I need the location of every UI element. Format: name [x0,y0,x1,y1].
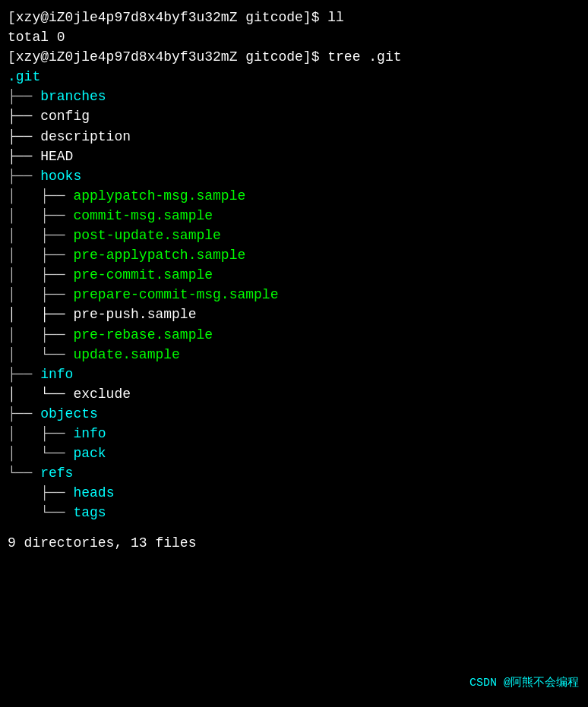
tree-entry-pre-applypatch: │ ├── pre-applypatch.sample [8,245,579,265]
tree-entry-objects-pack: │ └── pack [8,443,579,463]
tree-entry-objects: ├── objects [8,404,579,424]
file-update: update.sample [73,347,179,362]
tree-entry-tags: └── tags [8,503,579,522]
tree-output: .git ├── branches ├── config ├── descrip… [8,67,579,522]
file-prepare-commit: prepare-commit-msg.sample [73,287,278,302]
tree-entry-hooks: ├── hooks [8,166,579,186]
summary-text: 9 directories, 13 files [8,535,196,551]
cmd-line-2: [xzy@iZ0jle4p97d8x4byf3u32mZ gitcode]$ t… [8,47,579,67]
tree-entry-update: │ └── update.sample [8,345,579,365]
dir-branches: branches [40,89,106,104]
file-post-update: post-update.sample [73,228,220,243]
tree-root: .git [8,67,579,87]
dir-objects: objects [40,406,98,421]
tree-entry-prepare-commit: │ ├── prepare-commit-msg.sample [8,285,579,305]
file-pre-applypatch: pre-applypatch.sample [73,248,245,263]
file-applypatch: applypatch-msg.sample [73,188,245,204]
dir-refs: refs [40,466,73,481]
summary-line: 9 directories, 13 files [8,533,579,553]
tree-entry-pre-commit: │ ├── pre-commit.sample [8,265,579,285]
tree-entry-pre-rebase: │ ├── pre-rebase.sample [8,325,579,345]
watermark: CSDN @阿熊不会编程 [469,675,579,692]
tree-entry-applypatch: │ ├── applypatch-msg.sample [8,186,579,206]
file-pre-rebase: pre-rebase.sample [73,327,213,342]
dir-heads: heads [73,485,114,500]
tree-entry-info: ├── info [8,365,579,384]
dir-hooks: hooks [40,169,81,184]
total-line: total 0 [8,27,579,47]
tree-entry-post-update: │ ├── post-update.sample [8,226,579,245]
dir-info: info [40,367,73,382]
dir-objects-pack: pack [73,446,106,461]
dir-objects-info: info [73,426,106,441]
tree-entry-commit-msg: │ ├── commit-msg.sample [8,206,579,226]
tree-entry-pre-push: │ ├── pre-push.sample [8,305,579,324]
tree-entry-head: ├── HEAD [8,147,579,166]
dir-tags: tags [73,505,106,520]
tree-entry-heads: ├── heads [8,483,579,503]
tree-entry-branches: ├── branches [8,87,579,106]
tree-entry-description: ├── description [8,127,579,147]
tree-entry-objects-info: │ ├── info [8,424,579,443]
tree-entry-refs: └── refs [8,463,579,483]
cmd-line-1: [xzy@iZ0jle4p97d8x4byf3u32mZ gitcode]$ l… [8,8,579,27]
file-pre-commit: pre-commit.sample [73,267,213,282]
terminal-window: [xzy@iZ0jle4p97d8x4byf3u32mZ gitcode]$ l… [8,8,579,554]
file-commit-msg: commit-msg.sample [73,208,213,223]
tree-entry-exclude: │ └── exclude [8,384,579,404]
tree-entry-config: ├── config [8,106,579,126]
